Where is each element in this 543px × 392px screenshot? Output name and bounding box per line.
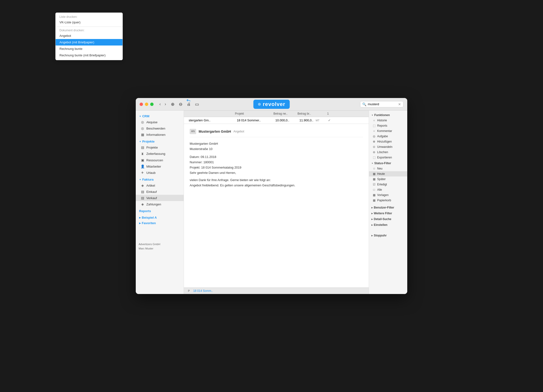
zeiterfassung-icon: ⧗ <box>141 152 144 156</box>
rp-stoppuhr-header[interactable]: Stoppuhr <box>369 232 407 238</box>
logo: ⊛ revolver <box>253 100 290 109</box>
search-container: 🔍 ✕ <box>360 101 403 107</box>
rp-status-header: Status-Filter <box>369 160 407 166</box>
mitarbeiter-icon: 👤 <box>141 164 144 168</box>
rp-item-erledigt[interactable]: ☑ Erledigt <box>369 182 407 187</box>
rp-item-exportieren[interactable]: ⬚ Exportieren <box>369 155 407 160</box>
right-panel: Funktionen ○ Historie ⬚ Reports ○ Kommen… <box>369 111 407 294</box>
rp-item-historie[interactable]: ○ Historie <box>369 118 407 123</box>
rp-item-reports[interactable]: ⬚ Reports <box>369 123 407 128</box>
table-header: Projekt Betrag ne.. Betrag br.. 1 <box>184 111 369 117</box>
sidebar-reports[interactable]: Reports <box>136 207 184 215</box>
sidebar-item-beschwerden[interactable]: ◎ Beschwerden <box>136 125 184 131</box>
beschwerden-icon: ◎ <box>141 126 144 130</box>
preview-doc-type: Angebot <box>233 129 244 134</box>
col-header-projekt: Projekt <box>235 112 273 115</box>
rp-einstellen-header[interactable]: Einstellen <box>369 222 407 228</box>
sidebar-favoriten[interactable]: Favoriten <box>136 220 184 226</box>
exportieren-icon: ⬚ <box>372 156 376 159</box>
vorlagen-icon: ▦ <box>372 193 376 197</box>
search-clear-button[interactable]: ✕ <box>398 102 401 106</box>
back-button[interactable]: ‹ <box>158 101 162 107</box>
rp-item-vorlagen[interactable]: ▦ Vorlagen <box>369 192 407 198</box>
hinzufuegen-icon: ⊕ <box>372 140 376 143</box>
titlebar: ‹ › ⊕ ⊖ 🖨 ↖ ▭ ⊛ revolver 🔍 ✕ <box>136 98 407 111</box>
forward-button[interactable]: › <box>164 101 167 107</box>
preview-number: Nummer: 180001 <box>190 160 363 165</box>
alle-icon: □ <box>372 188 376 191</box>
preview-company: Mustergarten GmbH <box>199 129 231 134</box>
sidebar-item-akquise[interactable]: ◎ Akquise <box>136 119 184 125</box>
search-box: 🔍 ✕ <box>360 101 403 107</box>
rp-item-alle[interactable]: □ Alle <box>369 187 407 192</box>
rp-item-spaeter[interactable]: ▦ Später <box>369 176 407 182</box>
rp-item-aufgabe[interactable]: ◎ Aufgabe <box>369 134 407 139</box>
row-betrag-ne: 10.000,0.. <box>275 118 299 122</box>
sidebar-beispiel[interactable]: Beispiel A <box>136 215 184 220</box>
rp-item-papierkorb[interactable]: ▦ Papierkorb <box>369 198 407 203</box>
sidebar-crm-header: CRM <box>136 112 184 119</box>
maximize-button[interactable] <box>150 103 154 106</box>
logo-icon: ⊛ <box>258 102 261 106</box>
rp-weitere-header[interactable]: Weitere Filter <box>369 210 407 216</box>
close-button[interactable] <box>140 103 143 106</box>
urlaub-icon: ✈ <box>141 171 144 175</box>
loeschen-icon: ⊖ <box>372 150 376 154</box>
rp-item-loeschen[interactable]: ⊖ Löschen <box>369 150 407 155</box>
preview-address-2: Musterstraße 10 <box>190 146 363 152</box>
zoom-out-button[interactable]: ⊖ <box>178 101 183 107</box>
sidebar-item-zahlungen[interactable]: ◈ Zahlungen <box>136 201 184 207</box>
verkauf-icon: ▤ <box>141 196 144 200</box>
content-area: Projekt Betrag ne.. Betrag br.. 1 sterga… <box>184 111 369 294</box>
preview-date: Datum: 09.11.2018 <box>190 154 363 160</box>
zoom-in-button[interactable]: ⊕ <box>170 101 175 107</box>
row-check: ✓ <box>323 118 331 122</box>
projekte-icon: ▤ <box>141 145 144 149</box>
footer-user: Marc Muster <box>139 247 181 251</box>
preview-body: Mustergarten GmbH Musterstraße 10 Datum:… <box>190 141 363 188</box>
sidebar-item-ressourcen[interactable]: ▣ Ressourcen <box>136 157 184 163</box>
reports-icon: ⬚ <box>372 124 376 127</box>
sidebar-item-zeiterfassung[interactable]: ⧗ Zeiterfassung <box>136 150 184 157</box>
table-row[interactable]: stergarten Gm.. 18 014 Sommer.. 10.000,0… <box>184 117 369 124</box>
project-badge: P <box>187 289 191 293</box>
rp-detail-header[interactable]: Detail-Suche <box>369 216 407 222</box>
rp-item-umwandeln[interactable]: ⊙ Umwandeln <box>369 144 407 150</box>
preview-body-line2: Angebot freibleibend. Es gelten unsere a… <box>190 183 363 188</box>
ressourcen-icon: ▣ <box>141 158 144 162</box>
sidebar-item-verkauf[interactable]: ▤ Verkauf <box>136 195 184 201</box>
erledigt-icon: ☑ <box>372 183 376 186</box>
preview-salutation: Sehr geehrte Damen und Herren, <box>190 170 363 176</box>
main-content: CRM ◎ Akquise ◎ Beschwerden ▦ Informatio… <box>136 111 407 294</box>
akquise-icon: ◎ <box>141 120 144 124</box>
col-header-e <box>187 112 235 115</box>
col-header-betrag-ne: Betrag ne.. <box>273 112 297 115</box>
search-input[interactable] <box>368 102 397 106</box>
rp-benutzer-header[interactable]: Benutzer-Filter <box>369 204 407 210</box>
logo-text: revolver <box>263 101 285 107</box>
preview-address-1: Mustergarten GmbH <box>190 141 363 146</box>
neu-icon: ☆ <box>372 167 376 170</box>
view-button[interactable]: ▭ <box>194 101 200 107</box>
rp-item-neu[interactable]: ☆ Neu <box>369 166 407 171</box>
rp-item-kommentar[interactable]: ○ Kommentar <box>369 128 407 134</box>
sidebar-item-mitarbeiter[interactable]: 👤 Mitarbeiter <box>136 163 184 170</box>
sidebar-item-informationen[interactable]: ▦ Informationen <box>136 131 184 138</box>
papierkorb-icon: ▦ <box>372 199 376 202</box>
sidebar-item-artikel[interactable]: ◈ Artikel <box>136 182 184 189</box>
project-link[interactable]: 18 014 Somm.. <box>191 289 213 293</box>
app-window: ‹ › ⊕ ⊖ 🖨 ↖ ▭ ⊛ revolver 🔍 ✕ <box>136 98 407 294</box>
aufgabe-icon: ◎ <box>372 135 376 138</box>
heute-icon: ▦ <box>372 172 376 176</box>
sidebar-item-einkauf[interactable]: ▤ Einkauf <box>136 189 184 195</box>
umwandeln-icon: ⊙ <box>372 145 376 149</box>
rp-item-heute[interactable]: ▦ Heute <box>369 171 407 176</box>
historie-icon: ○ <box>372 119 376 122</box>
preview-panel: AN Mustergarten GmbH Angebot Mustergarte… <box>184 124 369 287</box>
sidebar-item-projekte[interactable]: ▤ Projekte <box>136 144 184 150</box>
rp-item-hinzufuegen[interactable]: ⊕ Hinzufügen <box>369 139 407 144</box>
artikel-icon: ◈ <box>141 183 144 187</box>
minimize-button[interactable] <box>145 103 148 106</box>
rp-funktionen-header: Funktionen <box>369 112 407 118</box>
sidebar-item-urlaub[interactable]: ✈ Urlaub <box>136 170 184 176</box>
